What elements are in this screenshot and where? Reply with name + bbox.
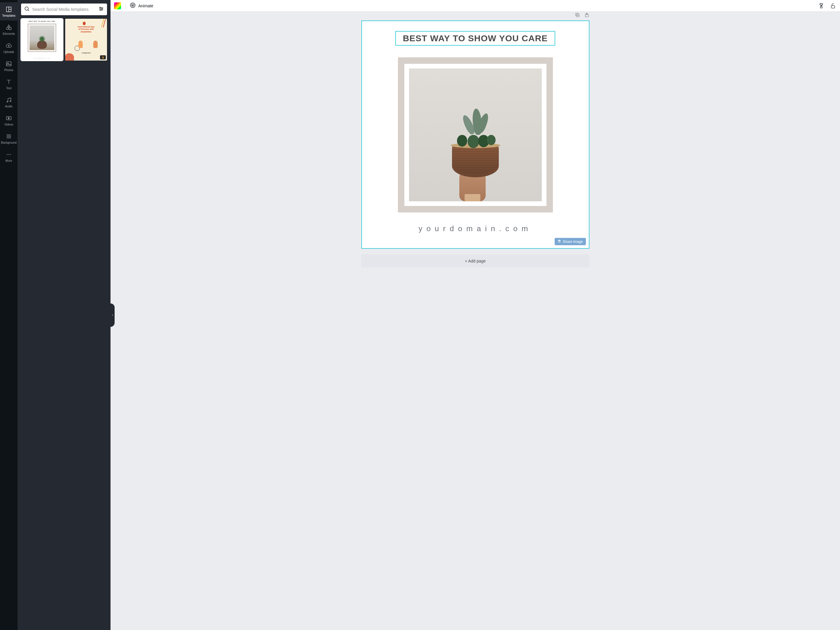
search-input[interactable]: [32, 7, 96, 12]
nav-text[interactable]: Text: [0, 75, 17, 93]
nav-elements[interactable]: Elements: [0, 21, 17, 39]
canvas-wrapper: BEST WAY TO SHOW YOU CARE: [362, 21, 589, 249]
copy-style-button[interactable]: [818, 2, 825, 9]
plant-graphic: [449, 109, 502, 150]
templates-grid: BEST WAY TO SHOW YOU CARE yourdomain.com…: [17, 19, 111, 60]
svg-rect-5: [6, 62, 11, 66]
videos-icon: [5, 115, 12, 122]
svg-point-18: [100, 7, 101, 8]
canvas-scroll[interactable]: BEST WAY TO SHOW YOU CARE: [111, 12, 840, 630]
nav-label: Templates: [2, 14, 16, 17]
headline-text: BEST WAY TO SHOW YOU CARE: [403, 33, 548, 43]
svg-point-12: [10, 154, 11, 155]
svg-point-11: [8, 154, 9, 155]
crown-icon: ♛: [102, 56, 104, 59]
nav-label: Uploads: [3, 50, 14, 54]
nav-label: More: [6, 159, 12, 162]
nav-audio[interactable]: Audio: [0, 93, 17, 111]
domain-text-element[interactable]: yourdomain.com: [418, 224, 532, 233]
nav-label: Videos: [5, 123, 13, 126]
svg-rect-4: [9, 27, 11, 30]
svg-point-20: [100, 9, 101, 11]
search-container: [17, 0, 111, 19]
color-picker-button[interactable]: [114, 2, 121, 9]
svg-point-10: [7, 154, 8, 155]
animate-icon: [129, 2, 136, 9]
svg-point-8: [10, 100, 11, 101]
share-image-button[interactable]: Share Image: [555, 238, 586, 245]
nav-label: Text: [6, 87, 11, 90]
headline-text-element[interactable]: BEST WAY TO SHOW YOU CARE: [395, 31, 556, 46]
svg-point-3: [6, 27, 8, 30]
photo-image: [409, 68, 542, 201]
templates-icon: [5, 6, 12, 13]
photos-icon: [5, 60, 12, 67]
toolbar: Animate: [111, 0, 840, 12]
more-icon: [5, 151, 12, 158]
add-page-button[interactable]: + Add page: [362, 255, 589, 268]
uploads-icon: [5, 42, 12, 49]
nav-videos[interactable]: Videos: [0, 111, 17, 129]
svg-rect-25: [831, 6, 835, 8]
svg-point-19: [102, 8, 103, 9]
nav-background[interactable]: Background: [0, 129, 17, 147]
background-icon: [5, 133, 12, 140]
nav-more[interactable]: More: [0, 147, 17, 166]
photo-inner-frame: [404, 64, 546, 206]
nav-templates[interactable]: Templates: [0, 2, 17, 21]
nav-uploads[interactable]: Uploads: [0, 39, 17, 57]
audio-icon: [5, 97, 12, 104]
nav-photos[interactable]: Photos: [0, 57, 17, 75]
collapse-panel-button[interactable]: ‹: [111, 304, 115, 327]
svg-line-14: [28, 9, 29, 11]
editor-area: Animate BEST WAY TO SHOW YO: [111, 0, 840, 630]
svg-point-13: [25, 7, 28, 10]
nav-label: Elements: [3, 32, 15, 35]
nav-label: Photos: [4, 68, 13, 72]
thumb-title: International Day of Persons with Disabi…: [78, 26, 95, 33]
premium-badge: ♛: [100, 55, 106, 59]
chevron-left-icon: ‹: [112, 313, 113, 317]
thumb-footer: yourdomain.com: [34, 57, 51, 59]
svg-point-23: [133, 5, 133, 6]
share-page-button[interactable]: [584, 12, 589, 17]
svg-rect-24: [820, 3, 823, 5]
nav-label: Audio: [5, 105, 13, 108]
lock-button[interactable]: [829, 2, 837, 9]
elements-icon: [5, 24, 12, 31]
share-image-label: Share Image: [563, 240, 583, 244]
duplicate-page-button[interactable]: [575, 12, 580, 17]
thumb-title: BEST WAY TO SHOW YOU CARE: [28, 21, 55, 22]
animate-button[interactable]: Animate: [129, 2, 153, 9]
layers-icon: [557, 239, 561, 244]
search-box: [21, 3, 107, 15]
animate-label: Animate: [138, 3, 153, 8]
thumb-footer: @reallygreatsite: [82, 52, 91, 54]
text-icon: [5, 78, 12, 85]
templates-panel: BEST WAY TO SHOW YOU CARE yourdomain.com…: [17, 0, 111, 630]
photo-frame-element[interactable]: [398, 57, 553, 212]
canvas-page[interactable]: BEST WAY TO SHOW YOU CARE: [362, 21, 589, 249]
nav-label: Background: [1, 141, 16, 144]
search-icon: [24, 6, 30, 13]
nav-sidebar: Templates Elements Uploads Photos Text A…: [0, 0, 17, 630]
pot-graphic: [452, 145, 499, 177]
page-actions: [575, 12, 589, 17]
template-thumbnail-1[interactable]: BEST WAY TO SHOW YOU CARE yourdomain.com: [21, 19, 63, 60]
svg-point-7: [7, 101, 8, 102]
filter-icon[interactable]: [98, 6, 104, 13]
template-thumbnail-2[interactable]: International Day of Persons with Disabi…: [65, 19, 107, 60]
